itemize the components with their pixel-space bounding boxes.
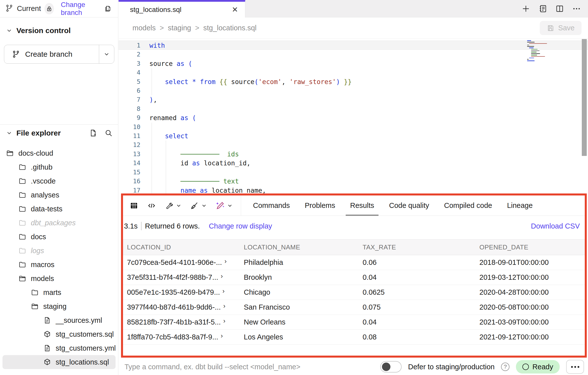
save-icon: [547, 24, 554, 32]
expand-cell-icon[interactable]: ›: [223, 318, 225, 325]
file-tree-item-macros[interactable]: macros: [2, 258, 116, 272]
file-tree-label: models: [31, 275, 54, 283]
help-icon[interactable]: ?: [501, 363, 509, 371]
wrench-icon: [165, 201, 174, 210]
file-tree-item--github[interactable]: .github: [2, 160, 116, 174]
file-tree-item-docs-cloud[interactable]: docs-cloud: [2, 146, 116, 160]
code-editor[interactable]: 1234567891011121314151617 with source as…: [119, 39, 588, 194]
file-tree-label: logs: [31, 247, 44, 255]
file-tree-item-data-tests[interactable]: data-tests: [2, 202, 116, 216]
table-row[interactable]: 37e5f311-b7f4-4f2f-988b-7...›Brooklyn0.0…: [123, 270, 585, 285]
file-tree-item-dbt-packages[interactable]: dbt_packages: [2, 216, 116, 230]
panel-tab-results[interactable]: Results: [346, 195, 379, 216]
new-file-icon[interactable]: [89, 129, 97, 137]
panel-tab-lineage[interactable]: Lineage: [503, 195, 537, 216]
ai-assist-button[interactable]: [212, 201, 236, 210]
file-tree-item-docs[interactable]: docs: [2, 230, 116, 244]
search-icon[interactable]: [105, 129, 113, 137]
table-row[interactable]: 1f8ffa70-7cb5-4d83-8a7f-9...›Los Angeles…: [123, 330, 585, 345]
panel-tab-problems[interactable]: Problems: [300, 195, 340, 216]
column-header[interactable]: LOCATION_NAME: [240, 243, 359, 251]
file-tree-item-staging[interactable]: staging: [2, 299, 116, 313]
line-number: 17: [119, 186, 140, 194]
create-branch-dropdown[interactable]: [99, 45, 114, 63]
file-tree-item-logs[interactable]: logs: [2, 244, 116, 258]
breadcrumb-separator: >: [195, 24, 199, 32]
more-options-icon[interactable]: [572, 4, 581, 13]
change-branch-link[interactable]: Change branch: [61, 1, 100, 17]
expand-cell-icon[interactable]: ›: [221, 333, 223, 340]
file-tree-item-marts[interactable]: marts: [2, 285, 116, 299]
column-header[interactable]: TAX_RATE: [359, 243, 475, 251]
editor-scrollbar[interactable]: [582, 39, 587, 156]
cell-tax-rate: 0.06: [359, 258, 475, 267]
defer-toggle[interactable]: [380, 361, 402, 373]
line-number: 16: [119, 177, 140, 186]
file-tree-item-analyses[interactable]: analyses: [2, 188, 116, 202]
ready-status-badge: Ready: [516, 360, 560, 374]
table-row[interactable]: 3977f440-b87d-461b-9dd6-...›San Francisc…: [123, 300, 585, 315]
expand-cell-icon[interactable]: ›: [224, 258, 227, 265]
file-tree-label: stg_customers.sql: [56, 330, 114, 338]
new-tab-plus-icon[interactable]: [521, 4, 530, 13]
expand-cell-icon[interactable]: ›: [223, 303, 225, 310]
table-row[interactable]: 005e7e1c-1935-4269-b479...›Chicago0.0625…: [123, 285, 585, 300]
cell-opened-date: 2018-09-01T00:00:00: [475, 258, 585, 267]
line-number: 1: [119, 41, 140, 50]
status-circle-icon: [522, 364, 529, 370]
breadcrumb-item[interactable]: stg_locations.sql: [203, 24, 256, 32]
folder-icon: [18, 205, 26, 213]
cleanup-button[interactable]: [187, 201, 210, 210]
file-explorer-header[interactable]: File explorer: [6, 129, 113, 137]
create-branch-main[interactable]: Create branch: [4, 45, 99, 63]
code-line: name as location_name,: [149, 186, 523, 194]
column-header[interactable]: LOCATION_ID: [123, 243, 240, 251]
breadcrumb-item[interactable]: models: [132, 24, 156, 32]
table-row[interactable]: 7c079cea-5ed4-4101-906e-...›Philadelphia…: [123, 255, 585, 270]
save-button[interactable]: Save: [540, 21, 582, 35]
tab-close-icon[interactable]: ✕: [232, 5, 238, 14]
code-line: source as (: [149, 59, 523, 68]
file-tree-item--vscode[interactable]: .vscode: [2, 174, 116, 188]
preview-table-icon[interactable]: [126, 201, 141, 210]
model-cube-icon: [43, 358, 51, 366]
magic-pencil-icon: [215, 201, 225, 210]
create-branch-button[interactable]: Create branch: [4, 45, 114, 64]
column-header[interactable]: OPENED_DATE: [475, 243, 585, 251]
cell-opened-date: 2019-03-12T00:00:00: [475, 273, 585, 281]
overflow-menu-button[interactable]: [566, 360, 584, 374]
breadcrumb-item[interactable]: staging: [168, 24, 191, 32]
notebook-icon[interactable]: [538, 4, 547, 13]
expand-cell-icon[interactable]: ›: [222, 288, 225, 295]
file-tree-item-models[interactable]: models: [2, 272, 116, 285]
panel-tab-code-quality[interactable]: Code quality: [384, 195, 433, 216]
save-label: Save: [558, 24, 575, 32]
change-row-display-link[interactable]: Change row display: [209, 222, 272, 230]
code-toggle-icon[interactable]: [144, 201, 159, 210]
code-area[interactable]: with source as ( select * from {{ source…: [149, 41, 523, 194]
version-control-title: Version control: [16, 26, 71, 35]
panel-tab-commands[interactable]: Commands: [249, 195, 294, 216]
build-tools-button[interactable]: [162, 201, 185, 210]
split-view-icon[interactable]: [555, 4, 564, 13]
command-bar: Defer to staging/production ? Ready: [119, 359, 588, 375]
file-tree-item-stg-customers-sql[interactable]: stg_customers.sql: [2, 327, 116, 341]
table-row[interactable]: 858218fb-73f7-4b1b-a31f-5...›New Orleans…: [123, 315, 585, 330]
cell-opened-date: 2021-03-09T00:00:00: [475, 318, 585, 326]
file-tree-label: docs-cloud: [18, 149, 53, 157]
file-tree-item--sources-yml[interactable]: __sources.yml: [2, 313, 116, 327]
expand-cell-icon[interactable]: ›: [221, 273, 223, 280]
file-tree-item-stg-customers-yml[interactable]: stg_customers.yml: [2, 341, 116, 355]
editor-tab-stg-locations[interactable]: stg_locations.sql ✕: [119, 0, 245, 17]
command-input[interactable]: [125, 363, 374, 371]
cell-location-id: 858218fb-73f7-4b1b-a31f-5...›: [123, 318, 240, 326]
minimap: [527, 40, 562, 69]
file-tree: docs-cloud.github.vscodeanalysesdata-tes…: [2, 146, 116, 369]
panel-tab-compiled-code[interactable]: Compiled code: [440, 195, 497, 216]
file-tree-item-stg-locations-sql[interactable]: stg_locations.sql: [2, 355, 116, 369]
chevron-down-icon: [201, 203, 207, 209]
download-csv-link[interactable]: Download CSV: [531, 222, 580, 230]
file-tree-label: marts: [43, 288, 61, 297]
version-control-section[interactable]: Version control: [0, 17, 118, 35]
duplicate-docs-icon[interactable]: [104, 4, 112, 13]
